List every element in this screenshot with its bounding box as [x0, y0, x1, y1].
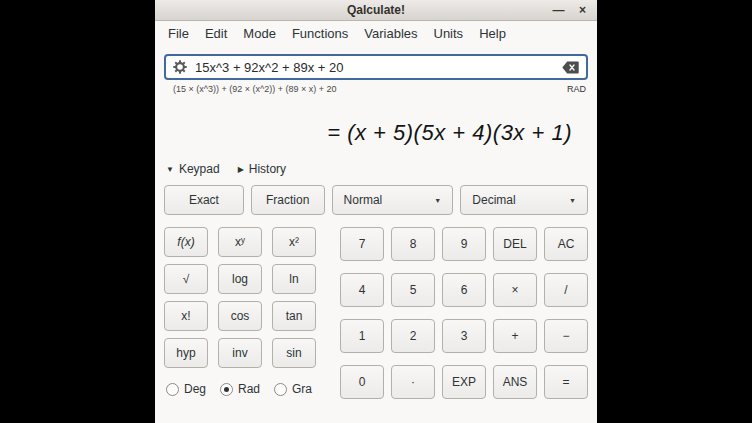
function-keypad: f(x) xʸ x² √ log ln x! cos tan hyp inv s… [164, 227, 316, 396]
number-base-dropdown[interactable]: Decimal ▼ [460, 185, 588, 215]
key-9[interactable]: 9 [442, 227, 486, 261]
display-mode-dropdown[interactable]: Normal ▼ [332, 185, 454, 215]
menu-functions[interactable]: Functions [284, 21, 356, 45]
key-decimal-dot[interactable]: · [391, 365, 435, 399]
keypad-panel: f(x) xʸ x² √ log ln x! cos tan hyp inv s… [164, 227, 588, 423]
function-menu-icon[interactable] [173, 60, 187, 74]
radio-rad-label: Rad [238, 382, 260, 396]
radio-gra[interactable]: Gra [274, 382, 312, 396]
panel-toggles: ▼ Keypad ▶ History [164, 146, 588, 185]
key-cos[interactable]: cos [218, 301, 262, 331]
key-ln[interactable]: ln [272, 264, 316, 294]
menu-variables[interactable]: Variables [356, 21, 425, 45]
key-divide[interactable]: / [544, 273, 588, 307]
key-3[interactable]: 3 [442, 319, 486, 353]
result-row: = (x + 5)(5x + 4)(3x + 1) [164, 94, 588, 146]
chevron-down-icon: ▼ [569, 197, 576, 204]
key-8[interactable]: 8 [391, 227, 435, 261]
key-1[interactable]: 1 [340, 319, 384, 353]
radio-gra-label: Gra [292, 382, 312, 396]
history-toggle[interactable]: ▶ History [238, 162, 287, 176]
key-x-power-y[interactable]: xʸ [218, 227, 262, 257]
key-2[interactable]: 2 [391, 319, 435, 353]
key-minus[interactable]: − [544, 319, 588, 353]
key-sqrt[interactable]: √ [164, 264, 208, 294]
expression-input[interactable]: 15x^3 + 92x^2 + 89x + 20 [164, 54, 588, 80]
key-ac[interactable]: AC [544, 227, 588, 261]
key-tan[interactable]: tan [272, 301, 316, 331]
key-x-squared[interactable]: x² [272, 227, 316, 257]
key-del[interactable]: DEL [493, 227, 537, 261]
key-factorial[interactable]: x! [164, 301, 208, 331]
radio-icon [274, 383, 287, 396]
menu-file[interactable]: File [160, 21, 197, 45]
window-controls: — × [552, 0, 589, 20]
radio-rad[interactable]: Rad [220, 382, 260, 396]
modes-row: Exact Fraction Normal ▼ Decimal ▼ [164, 185, 588, 215]
menu-mode[interactable]: Mode [235, 21, 284, 45]
parsed-row: (15 × (x^3)) + (92 × (x^2)) + (89 × x) +… [164, 80, 588, 94]
key-inv[interactable]: inv [218, 338, 262, 368]
radio-deg[interactable]: Deg [166, 382, 206, 396]
window-title: Qalculate! [347, 3, 405, 17]
keypad-toggle-label: Keypad [179, 162, 220, 176]
angle-mode-indicator: RAD [567, 84, 586, 94]
history-toggle-label: History [249, 162, 286, 176]
expression-text[interactable]: 15x^3 + 92x^2 + 89x + 20 [195, 60, 554, 75]
key-ans[interactable]: ANS [493, 365, 537, 399]
parsed-expression: (15 × (x^3)) + (92 × (x^2)) + (89 × x) +… [173, 84, 337, 94]
key-4[interactable]: 4 [340, 273, 384, 307]
number-base-value: Decimal [472, 193, 515, 207]
key-5[interactable]: 5 [391, 273, 435, 307]
key-log[interactable]: log [218, 264, 262, 294]
exact-button[interactable]: Exact [164, 185, 244, 215]
expander-right-icon: ▶ [238, 165, 244, 174]
display-mode-value: Normal [344, 193, 383, 207]
numeric-keypad: 7 8 9 DEL AC 4 5 6 × / 1 2 3 + − 0 · [340, 227, 588, 399]
key-sin[interactable]: sin [272, 338, 316, 368]
key-hyp[interactable]: hyp [164, 338, 208, 368]
minimize-button[interactable]: — [552, 4, 565, 16]
key-equals[interactable]: = [544, 365, 588, 399]
menu-units[interactable]: Units [426, 21, 472, 45]
key-multiply[interactable]: × [493, 273, 537, 307]
result-text: = (x + 5)(5x + 4)(3x + 1) [327, 120, 572, 145]
keypad-toggle[interactable]: ▼ Keypad [166, 162, 220, 176]
fraction-button[interactable]: Fraction [251, 185, 325, 215]
key-fx[interactable]: f(x) [164, 227, 208, 257]
titlebar[interactable]: Qalculate! — × [155, 0, 597, 21]
screen-background: Qalculate! — × File Edit Mode Functions … [0, 0, 752, 423]
menu-edit[interactable]: Edit [197, 21, 235, 45]
qalculate-window: Qalculate! — × File Edit Mode Functions … [155, 0, 597, 423]
expander-down-icon: ▼ [166, 165, 174, 174]
menubar: File Edit Mode Functions Variables Units… [155, 21, 597, 45]
key-7[interactable]: 7 [340, 227, 384, 261]
radio-selected-icon [220, 383, 233, 396]
key-0[interactable]: 0 [340, 365, 384, 399]
key-exp[interactable]: EXP [442, 365, 486, 399]
chevron-down-icon: ▼ [434, 197, 441, 204]
radio-icon [166, 383, 179, 396]
backspace-icon[interactable] [562, 61, 579, 74]
close-button[interactable]: × [576, 4, 589, 16]
menu-help[interactable]: Help [471, 21, 514, 45]
content-area: 15x^3 + 92x^2 + 89x + 20 (15 × (x^3)) + … [155, 45, 597, 423]
angle-unit-selector: Deg Rad Gra [164, 382, 316, 396]
key-6[interactable]: 6 [442, 273, 486, 307]
key-plus[interactable]: + [493, 319, 537, 353]
radio-deg-label: Deg [184, 382, 206, 396]
